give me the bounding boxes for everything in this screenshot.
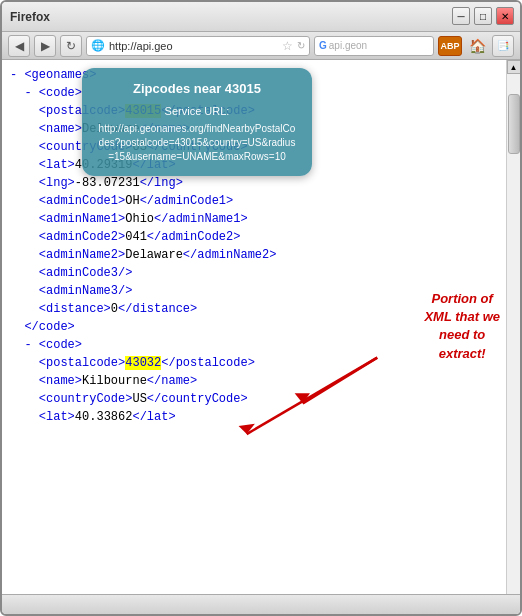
tooltip-title: Zipcodes near 43015 (98, 80, 296, 98)
content-area: Zipcodes near 43015 Service URL: http://… (2, 60, 520, 594)
forward-button[interactable]: ▶ (34, 35, 56, 57)
page-icon: 🌐 (91, 39, 105, 52)
tag: </countryCode> (147, 392, 248, 406)
tag: </code> (24, 320, 74, 334)
nav-bar: ◀ ▶ ↻ 🌐 http://api.geo ☆ ↻ G api.geon AB… (2, 32, 520, 60)
bookmark-button[interactable]: 📑 (492, 35, 514, 57)
xml-line: <adminName1>Ohio</adminName1> (10, 210, 498, 228)
xml-line: <lng>-83.07231</lng> (10, 174, 498, 192)
annotation-line3: need to (424, 326, 500, 344)
tag: <adminCode2> (39, 230, 125, 244)
scrollbar[interactable]: ▲ (506, 60, 520, 594)
xml-line: <adminCode2>041</adminCode2> (10, 228, 498, 246)
tag: </adminName1> (154, 212, 248, 226)
address-text: http://api.geo (109, 40, 278, 52)
tag: </postalcode> (161, 356, 255, 370)
annotation-text: Portion of XML that we need to extract! (424, 290, 500, 363)
tag: - <code> (24, 338, 82, 352)
tag: <lat> (39, 410, 75, 424)
address-bar[interactable]: 🌐 http://api.geo ☆ ↻ (86, 36, 310, 56)
scroll-thumb[interactable] (508, 94, 520, 154)
bookmark-star-icon: ☆ (282, 39, 293, 53)
back-button[interactable]: ◀ (8, 35, 30, 57)
close-button[interactable]: ✕ (496, 7, 514, 25)
tag: <lng> (39, 176, 75, 190)
tag: <lat> (39, 158, 75, 172)
tag: </adminCode1> (140, 194, 234, 208)
tag: - <code> (24, 86, 82, 100)
home-button[interactable]: 🏠 (466, 35, 488, 57)
xml-line: <name>Kilbourne</name> (10, 372, 498, 390)
tag: <adminCode1> (39, 194, 125, 208)
tag: <postalcode> (39, 356, 125, 370)
annotation-line1: Portion of (424, 290, 500, 308)
reload-small-icon: ↻ (297, 40, 305, 51)
tag: <adminName1> (39, 212, 125, 226)
reload-button[interactable]: ↻ (60, 35, 82, 57)
tag: </lat> (132, 410, 175, 424)
tag: </distance> (118, 302, 197, 316)
xml-line: <adminCode1>OH</adminCode1> (10, 192, 498, 210)
tag: <name> (39, 122, 82, 136)
browser-frame: Firefox ─ □ ✕ ◀ ▶ ↻ 🌐 http://api.geo ☆ ↻… (0, 0, 522, 616)
tooltip-bubble: Zipcodes near 43015 Service URL: http://… (82, 68, 312, 176)
search-bar[interactable]: G api.geon (314, 36, 434, 56)
window-controls: ─ □ ✕ (452, 7, 514, 25)
tag: </lng> (140, 176, 183, 190)
scroll-up-button[interactable]: ▲ (507, 60, 521, 74)
tag: </adminName2> (183, 248, 277, 262)
annotation-line2: XML that we (424, 308, 500, 326)
tag: </name> (147, 374, 197, 388)
tag: <name> (39, 374, 82, 388)
tag: <adminCode3/> (39, 266, 133, 280)
maximize-button[interactable]: □ (474, 7, 492, 25)
title-bar: Firefox ─ □ ✕ (2, 2, 520, 32)
minimize-button[interactable]: ─ (452, 7, 470, 25)
tag: <adminName3/> (39, 284, 133, 298)
tag: <distance> (39, 302, 111, 316)
annotation-line4: extract! (424, 345, 500, 363)
xml-line: <adminName2>Delaware</adminName2> (10, 246, 498, 264)
highlight-43032: 43032 (125, 356, 161, 370)
tooltip-url: http://api.geonames.org/findNearbyPostal… (98, 122, 296, 164)
adblock-button[interactable]: ABP (438, 36, 462, 56)
xml-line: <lat>40.33862</lat> (10, 408, 498, 426)
tag: <countryCode> (39, 392, 133, 406)
tag: <adminName2> (39, 248, 125, 262)
search-text: api.geon (329, 40, 367, 51)
google-g-icon: G (319, 40, 327, 51)
tag: </adminCode2> (147, 230, 241, 244)
xml-line: <countryCode>US</countryCode> (10, 390, 498, 408)
xml-line: <adminCode3/> (10, 264, 498, 282)
status-bar (2, 594, 520, 614)
tooltip-service-label: Service URL: (98, 104, 296, 119)
browser-title: Firefox (10, 10, 50, 24)
